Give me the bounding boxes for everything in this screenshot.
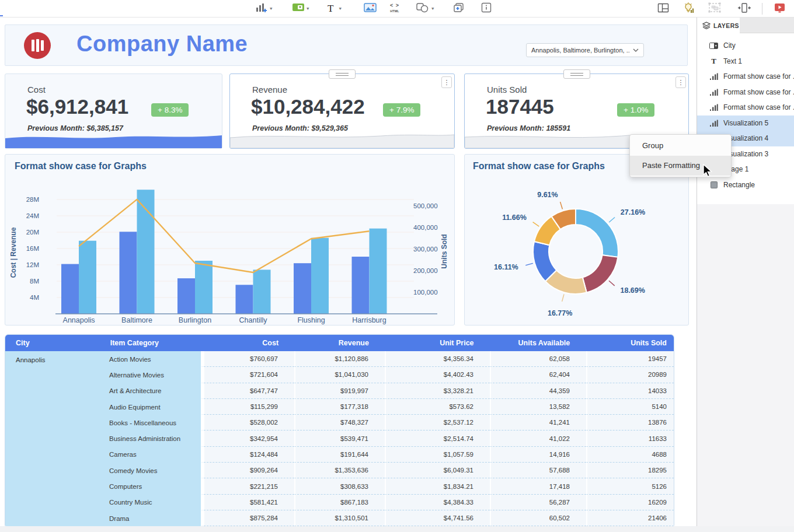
image-tool-button[interactable]	[364, 2, 377, 16]
table-column-header[interactable]: Item Category	[106, 339, 202, 347]
table-value-cell: $115,299	[201, 399, 294, 415]
svg-text:400,000: 400,000	[413, 224, 438, 231]
html-embed-button[interactable]: < > HTML	[390, 3, 399, 17]
shapes-tool-button[interactable]: ▾	[416, 2, 434, 16]
kpi-card-cost[interactable]: Cost $6,912,841 + 8.3% Previous Month: $…	[5, 74, 222, 149]
svg-text:16.11%: 16.11%	[494, 263, 518, 271]
card-menu-button[interactable]: ⋮	[675, 76, 686, 88]
table-value-cell: $919,997	[294, 383, 385, 399]
layer-item-format-show-case-for[interactable]: Format show case for ...	[697, 69, 794, 85]
context-menu-item-paste-formatting[interactable]: Paste Formatting	[630, 156, 731, 176]
chevron-down-icon: ▾	[431, 6, 434, 11]
layer-item-text-1[interactable]: TText 1	[697, 54, 794, 69]
kpi-card-revenue[interactable]: Revenue $10,284,422 + 7.9% Previous Mont…	[229, 74, 455, 149]
table-value-cell: $875,284	[201, 510, 294, 526]
layers-tab[interactable]: LAYERS	[697, 18, 740, 33]
table-row[interactable]: Action Movies$760,697$1,120,886$4,356.34…	[105, 351, 674, 367]
table-value-cell: $4,402.43	[385, 367, 490, 383]
table-value-cell: $2,514.74	[385, 430, 490, 446]
table-value-cell: 57,688	[490, 463, 586, 478]
text-tool-button[interactable]: T ▾	[328, 2, 342, 16]
design-canvas[interactable]: Company Name Annapolis, Baltimore, Burli…	[0, 18, 697, 532]
layer-item-format-show-case-for[interactable]: Format show case for ...	[697, 85, 794, 100]
layer-item-format-show-case-for[interactable]: Format show case for ...	[697, 100, 794, 116]
card-drag-handle[interactable]	[329, 69, 356, 79]
duplicate-icon	[453, 2, 465, 15]
table-row[interactable]: Cameras$124,484$191,644$1,057.5914,91646…	[105, 447, 674, 463]
table-value-cell: 5140	[586, 399, 674, 415]
table-value-cell: $573.62	[385, 399, 490, 415]
table-column-header[interactable]: Unit Price	[385, 339, 490, 347]
data-table[interactable]: CityItem CategoryCostRevenueUnit PriceUn…	[5, 334, 674, 527]
table-value-cell: 14,916	[490, 447, 586, 463]
table-column-header[interactable]: Units Sold	[586, 339, 674, 347]
table-row[interactable]: Books - Miscellaneous$528,002$748,327$2,…	[105, 415, 674, 430]
donut-chart: 27.16%18.69%16.77%16.11%11.66%9.61%	[465, 155, 689, 326]
duplicate-button[interactable]	[453, 2, 465, 16]
add-chart-button[interactable]: ▾	[255, 2, 273, 16]
dashboard-header[interactable]: Company Name Annapolis, Baltimore, Burli…	[5, 24, 688, 66]
table-value-cell: $191,644	[294, 447, 385, 463]
color-style-button[interactable]: ▾	[292, 2, 309, 16]
table-value-cell: $1,120,886	[294, 351, 385, 367]
table-row[interactable]: Art & Architecture$647,747$919,997$3,328…	[105, 383, 674, 399]
group-objects-button[interactable]	[708, 2, 722, 16]
table-row[interactable]: Business Administration$342,954$539,471$…	[105, 430, 674, 446]
kpi-title: Cost	[27, 85, 46, 94]
present-icon	[774, 3, 785, 15]
svg-text:Cost | Revenue: Cost | Revenue	[9, 227, 18, 278]
table-category-cell: Action Movies	[105, 351, 201, 367]
table-value-cell: 44,359	[490, 383, 586, 399]
svg-text:11.66%: 11.66%	[502, 214, 527, 222]
window-bottom-edge	[0, 526, 794, 532]
table-value-cell: 41,022	[490, 430, 586, 446]
fit-page-button[interactable]	[737, 2, 751, 16]
table-row[interactable]: Country Music$581,421$867,183$4,384.3356…	[105, 495, 674, 510]
kpi-sparkline-area	[5, 131, 222, 148]
table-category-cell: Art & Architecture	[105, 383, 201, 399]
table-row[interactable]: Drama$875,284$1,310,501$4,741.5660,50221…	[105, 510, 674, 526]
table-value-cell: $867,183	[294, 495, 385, 510]
card-drag-handle[interactable]	[563, 69, 590, 79]
layer-item-label: Format show case for ...	[723, 88, 794, 96]
table-value-cell: 17,418	[490, 478, 586, 494]
layer-item-visualization-5[interactable]: Visualization 5	[697, 116, 794, 131]
table-value-cell: $760,697	[201, 351, 294, 367]
table-row[interactable]: Comedy Movies$909,264$1,353,636$6,049.31…	[105, 463, 674, 478]
donut-chart-card[interactable]: 27.16%18.69%16.77%16.11%11.66%9.61% Form…	[464, 154, 689, 326]
card-menu-button[interactable]: ⋮	[441, 76, 452, 88]
text-frame-button[interactable]	[481, 2, 492, 16]
table-value-cell: 60,502	[490, 510, 586, 526]
fit-page-icon	[737, 2, 751, 16]
corner-accent	[0, 15, 3, 16]
context-menu: GroupPaste Formatting	[629, 134, 732, 177]
layers-panel: LAYERS CityTText 1Format show case for .…	[697, 18, 794, 532]
select-layer-icon	[709, 43, 718, 49]
insights-button[interactable]	[682, 2, 695, 16]
table-row[interactable]: Audio Equipment$115,299$177,318$573.6213…	[105, 399, 674, 415]
svg-text:Harrisburg: Harrisburg	[352, 316, 386, 324]
combo-chart-card[interactable]: 4M8M12M16M20M24M28M100,000200,000300,000…	[5, 154, 455, 326]
layer-item-city[interactable]: City	[697, 38, 794, 54]
table-value-cell: $581,421	[201, 495, 294, 510]
present-button[interactable]	[774, 2, 785, 16]
table-column-header[interactable]: City	[5, 339, 106, 347]
lightbulb-insights-icon	[682, 2, 695, 16]
table-column-header[interactable]: Cost	[201, 339, 295, 347]
table-rows: Action Movies$760,697$1,120,886$4,356.34…	[105, 351, 674, 526]
image-icon	[364, 3, 377, 15]
context-menu-item-group[interactable]: Group	[630, 136, 731, 156]
svg-text:28M: 28M	[26, 196, 39, 203]
company-logo	[24, 32, 51, 59]
table-row[interactable]: Alternative Movies$721,604$1,041,030$4,4…	[105, 367, 674, 383]
kpi-delta-badge: + 8.3%	[151, 103, 189, 117]
table-value-cell: 56,287	[490, 495, 586, 510]
table-value-cell: $2,537.12	[385, 415, 490, 430]
layout-button[interactable]	[657, 2, 669, 16]
table-column-header[interactable]: Units Available	[490, 339, 587, 347]
kpi-sparkline-area	[230, 131, 454, 148]
svg-text:Flushing: Flushing	[297, 316, 325, 324]
region-filter-dropdown[interactable]: Annapolis, Baltimore, Burlington, ...	[526, 43, 644, 57]
table-column-header[interactable]: Revenue	[295, 339, 385, 347]
table-row[interactable]: Computers$221,215$308,633$1,834.2117,418…	[105, 478, 674, 494]
